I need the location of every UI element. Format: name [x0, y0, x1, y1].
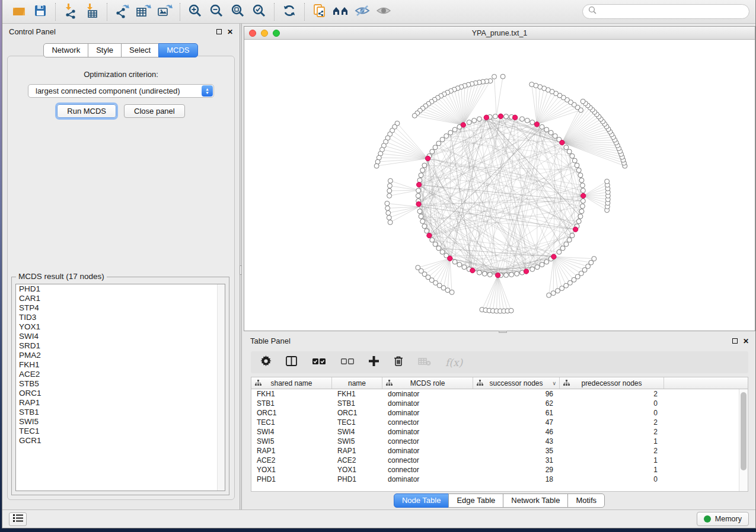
export-image-button[interactable] [154, 2, 176, 21]
leaf-node[interactable] [492, 74, 497, 79]
mcds-result-item[interactable]: FKH1 [16, 360, 225, 370]
table-tab-edge-table[interactable]: Edge Table [448, 493, 503, 508]
cell-shared_name[interactable]: STB1 [251, 399, 332, 408]
cell-predecessor_nodes[interactable]: 0 [560, 408, 664, 418]
ring-node[interactable] [567, 238, 572, 242]
mcds-result-item[interactable]: RAP1 [16, 398, 225, 408]
table-row[interactable]: SWI5SWI5connector431 [251, 437, 748, 446]
tab-mcds[interactable]: MCDS [158, 43, 197, 57]
mcds-result-item[interactable]: ACE2 [16, 370, 225, 379]
cell-mcds_role[interactable]: dominator [382, 427, 473, 437]
leaf-node[interactable] [387, 184, 392, 188]
table-scrollbar-thumb[interactable] [741, 392, 747, 470]
leaf-node[interactable] [387, 215, 391, 220]
ring-node[interactable] [580, 188, 585, 193]
zoom-selected-button[interactable] [248, 2, 270, 21]
ring-node[interactable] [580, 198, 585, 203]
ring-node[interactable] [544, 259, 549, 264]
mcds-hub-node[interactable] [534, 122, 539, 127]
mcds-result-item[interactable]: YOX1 [16, 322, 225, 332]
zoom-fit-button[interactable] [227, 2, 248, 21]
cell-successor_nodes[interactable]: 35 [473, 446, 560, 456]
cell-predecessor_nodes[interactable]: 1 [560, 437, 664, 446]
mcds-result-item[interactable]: CAR1 [16, 294, 225, 303]
memory-button[interactable]: Memory [697, 512, 749, 526]
ring-node[interactable] [515, 271, 519, 276]
cell-shared_name[interactable]: YOX1 [251, 465, 332, 475]
mcds-result-item[interactable]: STB5 [16, 379, 225, 389]
ring-node[interactable] [540, 124, 544, 129]
cell-name[interactable]: ORC1 [332, 408, 382, 418]
leaf-node[interactable] [387, 193, 392, 198]
table-tab-node-table[interactable]: Node Table [394, 493, 449, 508]
cell-mcds_role[interactable]: dominator [382, 408, 473, 418]
table-row[interactable]: PHD1PHD1dominator180 [251, 475, 748, 484]
ring-node[interactable] [572, 158, 577, 163]
network-canvas[interactable] [244, 40, 755, 331]
ring-node[interactable] [440, 137, 445, 142]
ring-node[interactable] [417, 209, 422, 214]
cell-mcds_role[interactable]: dominator [382, 399, 473, 408]
leaf-node[interactable] [547, 293, 551, 297]
table-tab-network-table[interactable]: Network Table [503, 493, 568, 508]
ring-node[interactable] [557, 249, 562, 254]
column-header-successor-nodes[interactable]: successor nodes∨ [473, 377, 560, 389]
leaf-node[interactable] [385, 206, 390, 210]
leaf-node[interactable] [560, 286, 564, 291]
cell-mcds_role[interactable]: connector [382, 456, 473, 465]
table-row[interactable]: RAP1RAP1dominator352 [251, 446, 748, 456]
ring-node[interactable] [509, 273, 514, 277]
ring-node[interactable] [570, 233, 575, 238]
cell-successor_nodes[interactable]: 96 [473, 389, 560, 399]
ring-node[interactable] [416, 188, 421, 193]
ring-node[interactable] [544, 127, 549, 132]
cell-shared_name[interactable]: ORC1 [251, 408, 332, 418]
leaf-node[interactable] [385, 201, 390, 206]
mcds-hub-node[interactable] [524, 269, 528, 274]
export-table-button[interactable] [133, 2, 154, 21]
zoom-in-button[interactable] [184, 2, 206, 21]
cell-shared_name[interactable]: PHD1 [251, 475, 332, 484]
cell-predecessor_nodes[interactable]: 2 [560, 446, 664, 456]
mcds-hub-node[interactable] [448, 256, 452, 261]
leaf-node[interactable] [580, 99, 585, 104]
cell-mcds_role[interactable]: dominator [382, 389, 473, 399]
ring-node[interactable] [575, 163, 579, 168]
ring-node[interactable] [440, 249, 445, 254]
tab-network[interactable]: Network [43, 43, 88, 57]
ring-node[interactable] [430, 238, 435, 242]
ring-node[interactable] [576, 168, 581, 172]
cell-successor_nodes[interactable]: 61 [473, 408, 560, 418]
ring-node[interactable] [579, 178, 584, 182]
cell-predecessor_nodes[interactable]: 0 [560, 399, 664, 408]
tab-select[interactable]: Select [121, 43, 159, 57]
ring-node[interactable] [580, 183, 585, 188]
ring-node[interactable] [416, 193, 420, 198]
ring-node[interactable] [535, 265, 540, 270]
cell-successor_nodes[interactable]: 18 [473, 475, 560, 484]
table-columns-button[interactable] [286, 356, 298, 368]
cell-name[interactable]: ACE2 [332, 456, 382, 465]
ring-node[interactable] [462, 265, 467, 270]
table-row[interactable]: ACE2ACE2connector311 [251, 456, 748, 465]
column-header-shared-name[interactable]: shared name [251, 377, 332, 389]
mcds-result-item[interactable]: ORC1 [16, 389, 225, 398]
cell-predecessor_nodes[interactable]: 1 [560, 456, 664, 465]
ring-node[interactable] [452, 127, 457, 132]
mcds-hub-node[interactable] [498, 114, 503, 118]
mcds-hub-node[interactable] [560, 140, 564, 145]
float-panel-icon[interactable] [216, 29, 222, 34]
cell-name[interactable]: TEC1 [332, 418, 382, 427]
table-scrollbar[interactable] [739, 389, 748, 491]
ring-node[interactable] [477, 117, 481, 121]
add-row-button[interactable] [369, 356, 379, 368]
mcds-result-list[interactable]: PHD1CAR1STP4TID3YOX1SWI4SRD1PMA2FKH1ACE2… [15, 284, 225, 491]
leaf-node[interactable] [509, 308, 513, 313]
save-button[interactable] [30, 2, 51, 21]
table-tab-motifs[interactable]: Motifs [567, 493, 605, 508]
mcds-hub-node[interactable] [484, 115, 489, 120]
leaf-node[interactable] [449, 290, 454, 294]
deselect-all-button[interactable] [340, 357, 355, 368]
cell-predecessor_nodes[interactable]: 2 [560, 389, 664, 399]
cell-successor_nodes[interactable]: 47 [473, 418, 560, 427]
